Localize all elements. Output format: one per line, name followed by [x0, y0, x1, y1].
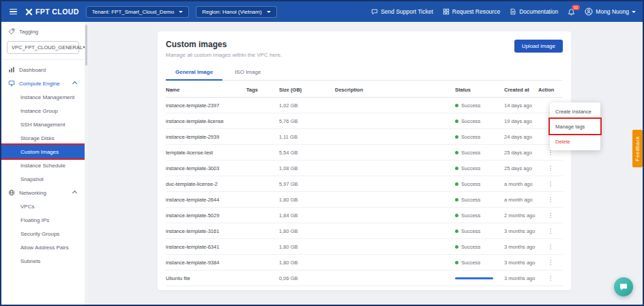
region-label: Region: Hanoi (Vietnam)	[202, 9, 261, 15]
cell-status	[455, 277, 504, 279]
context-menu-item-create-instance[interactable]: Create Instance	[550, 104, 600, 119]
status-dot	[455, 261, 458, 264]
user-menu[interactable]: Mong Nuong	[585, 8, 636, 16]
cell-created-at: a month ago	[504, 197, 538, 203]
table-row: duc-template-license-25,97 GBSuccessa mo…	[166, 176, 563, 192]
sidebar-item-snapshot[interactable]: Snapshot	[1, 172, 85, 186]
topbar: FPT CLOUD Tenant: FPT_Smart_Cloud_Demo R…	[1, 1, 643, 22]
cell-name: instance-template-2397	[166, 102, 246, 109]
main-area: Custom images Manage all custom images w…	[88, 22, 643, 305]
row-actions-button[interactable]: ⋮	[538, 259, 563, 266]
sidebar-item-instance-management[interactable]: Instance Management	[1, 90, 85, 104]
tab-iso-image[interactable]: ISO Image	[225, 65, 270, 80]
row-actions-button[interactable]: ⋮	[538, 275, 563, 281]
chat-fab-button[interactable]	[614, 277, 633, 296]
table-row: Ubuntu file0,06 GB3 months ago⋮	[166, 270, 563, 286]
cell-status: Success	[455, 150, 504, 156]
status-dot	[455, 182, 458, 186]
user-avatar-icon	[585, 8, 593, 16]
table-row: template-license-test5,54 GBSuccess25 da…	[166, 145, 563, 161]
sidebar-section-compute-engine[interactable]: Compute Engine	[1, 76, 85, 90]
cell-created-at: 14 days ago	[504, 102, 538, 109]
row-actions-button[interactable]: ⋮	[538, 227, 563, 234]
cell-status: Success	[455, 212, 504, 219]
sidebar-item-security-groups[interactable]: Security Groups	[1, 227, 85, 240]
request-resource-label: Request Resource	[452, 8, 500, 15]
sidebar-item-subnets[interactable]: Subnets	[1, 254, 85, 268]
context-menu-item-manage-tags[interactable]: Manage tags	[550, 119, 600, 134]
row-actions-button[interactable]: ⋮	[538, 212, 563, 219]
cell-name: template-license-test	[166, 150, 246, 156]
cell-name: instance-template-license	[166, 118, 246, 124]
column-header-status: Status	[455, 87, 504, 93]
column-header-created-at: Created at	[504, 87, 538, 93]
scrollbar-thumb[interactable]	[85, 25, 87, 66]
upload-progress-bar	[455, 277, 493, 279]
documentation-link[interactable]: Documentation	[510, 8, 558, 15]
status-label: Success	[461, 150, 480, 156]
row-actions-button[interactable]: ⋮	[538, 243, 563, 250]
sidebar-item-instance-group[interactable]: Instance Group	[1, 104, 85, 117]
row-actions-button[interactable]: ⋮	[538, 180, 563, 187]
row-actions-button[interactable]: ⋮	[538, 165, 563, 171]
sidebar-divider	[1, 59, 85, 60]
status-dot	[455, 214, 458, 217]
sidebar-item-instance-schedule[interactable]: Instance Schedule	[1, 158, 85, 172]
tenant-label: Tenant: FPT_Smart_Cloud_Demo	[92, 9, 175, 15]
column-header-tags: Tags	[246, 87, 279, 93]
cell-name: duc-template-license-2	[166, 181, 246, 187]
cell-created-at: 2 months ago	[504, 212, 538, 219]
documentation-icon	[510, 8, 516, 15]
cell-created-at: 3 months ago	[504, 244, 538, 250]
cell-name: instance-template-2939	[166, 134, 246, 140]
tab-general-image[interactable]: General Image	[166, 65, 222, 81]
table-row: instance-template-63411,80 GBSuccess3 mo…	[166, 239, 563, 255]
notifications-button[interactable]: 53	[568, 8, 575, 16]
column-header-size-gb-: Size (GB)	[279, 87, 335, 93]
cell-size: 1,02 GB	[279, 102, 335, 109]
sidebar-item-ssh-management[interactable]: SSH Management	[1, 117, 85, 131]
cell-status: Success	[455, 197, 504, 203]
sidebar-item-storage-disks[interactable]: Storage Disks	[1, 131, 85, 145]
chevron-up-icon	[72, 190, 77, 195]
cell-status: Success	[455, 102, 504, 109]
row-actions-button[interactable]: ⋮	[538, 196, 563, 203]
networking-label: Networking	[19, 190, 46, 196]
context-menu-item-delete[interactable]: Delete	[550, 134, 600, 149]
table-body: instance-template-23971,02 GBSuccess14 d…	[166, 98, 563, 286]
menu-icon[interactable]	[8, 8, 18, 16]
cell-created-at: 3 months ago	[504, 275, 538, 281]
request-resource-link[interactable]: Request Resource	[443, 8, 500, 15]
sidebar-item-tagging[interactable]: Tagging	[1, 25, 85, 38]
tenant-selector[interactable]: Tenant: FPT_Smart_Cloud_Demo	[86, 6, 190, 18]
networking-icon	[8, 189, 15, 196]
send-support-ticket-link[interactable]: Send Support Ticket	[371, 8, 433, 15]
cell-created-at: a month ago	[504, 181, 538, 187]
vpc-selected-label: VPC_FPT_CLOUD_GENERAL	[12, 44, 83, 51]
status-dot	[455, 198, 458, 201]
status-label: Success	[461, 102, 480, 109]
vpc-selector[interactable]: VPC_FPT_CLOUD_GENERAL	[7, 41, 79, 54]
cell-name: instance-template-9384	[166, 260, 246, 266]
status-label: Success	[461, 244, 480, 250]
status-dot	[455, 104, 458, 107]
send-support-ticket-label: Send Support Ticket	[381, 8, 433, 15]
cell-name: instance-template-5029	[166, 212, 246, 219]
upload-image-button[interactable]: Upload image	[514, 40, 563, 53]
sidebar-item-custom-images[interactable]: Custom Images	[1, 145, 85, 158]
chevron-up-icon	[72, 81, 77, 85]
status-label: Success	[461, 181, 480, 187]
sidebar-section-networking[interactable]: Networking	[1, 186, 85, 199]
region-selector[interactable]: Region: Hanoi (Vietnam)	[196, 6, 276, 18]
sidebar-item-floating-ips[interactable]: Floating IPs	[1, 213, 85, 227]
custom-images-card: Custom images Manage all custom images w…	[158, 31, 571, 290]
sidebar: Tagging VPC_FPT_CLOUD_GENERAL Dashboard …	[1, 22, 85, 305]
feedback-tab[interactable]: Feedback	[632, 130, 643, 167]
cell-size: 5,76 GB	[279, 118, 335, 124]
sidebar-item-allow-address-pairs[interactable]: Allow Address Pairs	[1, 240, 85, 254]
table-row: instance-template-93841,80 GBSuccess3 mo…	[166, 255, 563, 270]
fpt-cloud-logo: FPT CLOUD	[25, 8, 79, 16]
sidebar-item-dashboard[interactable]: Dashboard	[1, 63, 85, 76]
sidebar-item-vpcs[interactable]: VPCs	[1, 199, 85, 213]
status-label: Success	[461, 118, 480, 124]
